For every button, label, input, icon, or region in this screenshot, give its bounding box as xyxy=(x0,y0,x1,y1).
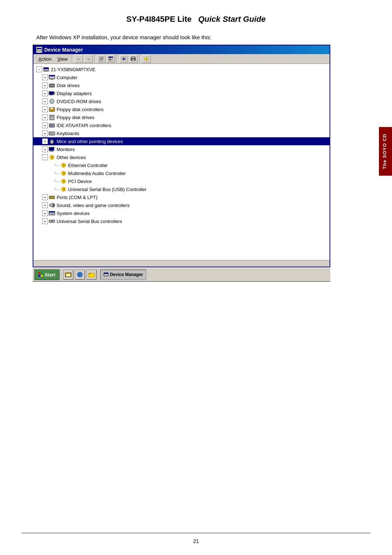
svg-rect-44 xyxy=(50,116,53,116)
toolbar: ← → xyxy=(74,55,151,63)
tree-item-floppy-ctrl[interactable]: + Floppy disk controllers xyxy=(33,105,330,113)
expand-monitors[interactable]: + xyxy=(42,146,48,152)
svg-point-87 xyxy=(50,220,51,221)
menu-view[interactable]: View xyxy=(54,56,70,62)
svg-rect-15 xyxy=(132,57,135,58)
expand-mice[interactable]: + xyxy=(42,138,48,144)
tree-item-computer[interactable]: + Computer xyxy=(33,73,330,81)
expand-disk[interactable]: + xyxy=(42,82,48,88)
svg-text:?: ? xyxy=(63,188,65,191)
svg-rect-5 xyxy=(101,58,103,58)
svg-rect-42 xyxy=(50,110,52,111)
label-usb: Universal Serial Bus controllers xyxy=(57,219,122,224)
tree-item-usb-ctrl[interactable]: └─ ? Universal Serial Bus (USB) Controll… xyxy=(33,185,330,193)
icon-sound xyxy=(49,202,55,208)
svg-rect-51 xyxy=(49,132,55,135)
tree-item-other[interactable]: − ? Other devices xyxy=(33,153,330,161)
icon-dvd xyxy=(49,98,55,104)
page-container: The SOYO CD SY-P4I845PE Lite Quick Start… xyxy=(0,0,392,555)
titlebar-text: Device Manager xyxy=(44,47,83,53)
svg-rect-90 xyxy=(41,272,43,274)
expand-ide[interactable]: + xyxy=(42,122,48,128)
expand-floppy-drv[interactable]: + xyxy=(42,114,48,120)
expand-computer[interactable]: + xyxy=(42,74,48,80)
svg-rect-7 xyxy=(101,59,102,60)
expand-floppy-ctrl[interactable]: + xyxy=(42,106,48,112)
svg-rect-31 xyxy=(49,92,53,94)
tree-item-multimedia[interactable]: └─ ? Multimedia Audio Controller xyxy=(33,169,330,177)
tree-item-root[interactable]: − 21-YX58NGMP7XVE xyxy=(33,65,330,73)
svg-rect-63 xyxy=(49,147,54,150)
expand-ports[interactable]: + xyxy=(42,194,48,200)
svg-rect-86 xyxy=(50,221,53,222)
svg-point-88 xyxy=(53,220,54,221)
tree-item-keyboard[interactable]: + Keyboards xyxy=(33,129,330,137)
label-other: Other devices xyxy=(57,155,86,160)
svg-rect-22 xyxy=(44,70,48,71)
tree-item-usb[interactable]: + Universal Serial Bus controllers xyxy=(33,217,330,225)
svg-marker-80 xyxy=(50,203,53,207)
label-display: Display adapters xyxy=(57,91,92,96)
properties-button[interactable] xyxy=(106,55,115,63)
tree-item-floppy-drv[interactable]: + Floppy disk drives xyxy=(33,113,330,121)
tree-item-disk[interactable]: + Disk drives xyxy=(33,81,330,89)
icon-ide xyxy=(49,122,55,128)
expand-keyboard[interactable]: + xyxy=(42,130,48,136)
svg-rect-83 xyxy=(50,214,53,214)
tree-item-ide[interactable]: + IDE ATA/ATAPI controllers xyxy=(33,121,330,129)
help-button[interactable]: ? xyxy=(142,55,151,63)
expand-system[interactable]: + xyxy=(42,210,48,216)
windows-logo-icon xyxy=(38,272,43,277)
icon-root xyxy=(43,66,49,72)
icon-disk xyxy=(49,82,55,88)
tree-item-pci[interactable]: └─ ? PCI Device xyxy=(33,177,330,185)
label-sound: Sound, video and game controllers xyxy=(57,203,130,208)
expand-usb[interactable]: + xyxy=(42,218,48,224)
tree-item-ports[interactable]: + Ports (COM & LPT) xyxy=(33,193,330,201)
svg-rect-94 xyxy=(65,273,68,274)
expand-other[interactable]: − xyxy=(42,154,48,160)
side-tab: The SOYO CD xyxy=(379,127,392,176)
icon-display xyxy=(49,90,55,96)
expand-dvd[interactable]: + xyxy=(42,98,48,104)
svg-text:?: ? xyxy=(63,180,65,183)
folder-icon xyxy=(88,271,95,278)
copy-button[interactable] xyxy=(97,55,106,63)
page-title: SY-P4I845PE Lite Quick Start Guide xyxy=(22,15,370,24)
tree-item-system[interactable]: + System devices xyxy=(33,209,330,217)
update-driver-button[interactable] xyxy=(119,55,128,63)
print-button[interactable] xyxy=(129,55,138,63)
icon-ethernet: ? xyxy=(60,162,67,168)
back-button[interactable]: ← xyxy=(74,55,83,63)
explorer-icon xyxy=(65,271,72,278)
svg-text:?: ? xyxy=(51,156,53,159)
expand-root[interactable]: − xyxy=(36,66,42,72)
label-disk: Disk drives xyxy=(57,83,80,88)
tree-item-sound[interactable]: + Sound, video and game controllers xyxy=(33,201,330,209)
expand-display[interactable]: + xyxy=(42,90,48,96)
bottom-line xyxy=(22,533,370,533)
svg-rect-82 xyxy=(49,211,55,212)
tree-item-mice[interactable]: + Mice and other pointing devices xyxy=(33,137,330,145)
taskbar-icon-explorer[interactable] xyxy=(63,270,73,280)
taskbar-icon-ie[interactable] xyxy=(75,270,85,280)
label-usb-ctrl: Universal Serial Bus (USB) Controller xyxy=(68,187,147,192)
label-computer: Computer xyxy=(57,75,77,80)
titlebar: Device Manager xyxy=(33,45,330,54)
svg-rect-49 xyxy=(50,125,51,126)
tree-item-ethernet[interactable]: └─ ? Ethernet Controller xyxy=(33,161,330,169)
svg-point-29 xyxy=(52,85,52,86)
taskbar-icon-folder[interactable] xyxy=(86,270,97,280)
label-system: System devices xyxy=(57,211,90,216)
tree-item-monitors[interactable]: + Monitors xyxy=(33,145,330,153)
tree-item-dvd[interactable]: + DVD/CD-ROM drives xyxy=(33,97,330,105)
svg-rect-55 xyxy=(53,133,54,133)
svg-rect-89 xyxy=(38,272,40,274)
menu-action[interactable]: Action xyxy=(36,56,54,62)
expand-sound[interactable]: + xyxy=(42,202,48,208)
start-button[interactable]: Start xyxy=(34,269,60,280)
forward-button[interactable]: → xyxy=(84,55,93,63)
taskbar-dm-button[interactable]: Device Manager xyxy=(100,270,146,280)
menubar: Action View ← → xyxy=(33,54,330,64)
tree-item-display[interactable]: + Display adapters xyxy=(33,89,330,97)
